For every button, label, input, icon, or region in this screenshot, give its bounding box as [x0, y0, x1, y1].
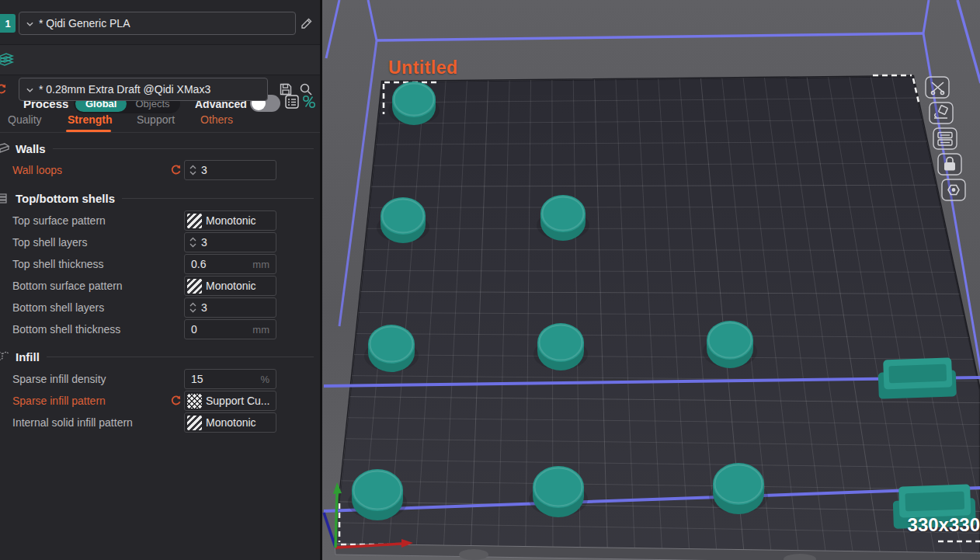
bottom-shell-thickness-input[interactable]: 0 mm [184, 319, 276, 339]
reset-preset-icon[interactable] [0, 83, 7, 95]
arrange-plate-icon[interactable] [933, 128, 957, 149]
param-label-sparse-infill-pattern: Sparse infill pattern [12, 391, 106, 412]
section-header-infill: Infill [0, 347, 317, 366]
build-plate-scene [322, 0, 980, 560]
plate-name-label[interactable]: Untitled [388, 57, 458, 78]
settings-tabs: Quality Strength Support Others [0, 110, 320, 133]
edit-filament-icon[interactable] [300, 16, 314, 30]
param-label: Top shell thickness [12, 254, 104, 275]
param-label: Sparse infill density [12, 369, 106, 390]
delete-plate-icon[interactable] [926, 77, 949, 98]
plate-size-label: 330x330 [903, 514, 980, 536]
param-label: Top shell layers [12, 232, 88, 253]
chevron-down-icon [26, 22, 33, 26]
reset-wall-loops-icon[interactable] [170, 164, 182, 176]
section-header-shells: Top/bottom shells [0, 189, 317, 207]
plate-shading [335, 76, 980, 555]
shells-icon [0, 192, 10, 204]
param-label: Bottom shell layers [12, 297, 104, 318]
filament-name: * Qidi Generic PLA [39, 17, 130, 30]
search-settings-icon[interactable] [299, 82, 313, 96]
tab-support[interactable]: Support [137, 113, 175, 126]
orient-plate-icon[interactable] [930, 103, 953, 123]
walls-icon [0, 142, 10, 155]
pattern-support-cubic-icon [187, 394, 202, 409]
lock-plate-icon[interactable] [938, 154, 961, 175]
wall-loops-stepper[interactable]: 3 [184, 160, 276, 180]
z-axis [324, 513, 335, 548]
tab-strength[interactable]: Strength [68, 113, 113, 126]
preset-name: * 0.28mm Extra Draft @Qidi XMax3 [39, 83, 210, 96]
process-layers-icon [0, 53, 19, 67]
bottom-shell-layers-stepper[interactable]: 3 [184, 297, 276, 318]
bottom-surface-pattern-select[interactable]: Monotonic [184, 276, 276, 296]
plate-settings-icon[interactable] [942, 179, 965, 200]
param-label: Top surface pattern [12, 210, 106, 231]
tab-others[interactable]: Others [200, 113, 233, 126]
reset-infill-pattern-icon[interactable] [170, 395, 182, 406]
spinner-arrows-icon[interactable] [189, 164, 197, 176]
top-surface-pattern-select[interactable]: Monotonic [184, 210, 276, 231]
process-bar: Process Global Objects Advanced [0, 44, 320, 75]
save-preset-icon[interactable] [279, 82, 293, 96]
internal-solid-infill-pattern-select[interactable]: Monotonic [184, 412, 276, 433]
model-box[interactable] [877, 357, 957, 398]
infill-icon [0, 350, 10, 363]
top-shell-layers-stepper[interactable]: 3 [184, 232, 276, 252]
plate-notch [459, 549, 488, 560]
settings-sidebar: 1 * Qidi Generic PLA Process Global Obje… [0, 0, 320, 560]
pattern-monotonic-icon [187, 214, 202, 228]
param-label: Internal solid infill pattern [12, 412, 133, 433]
pattern-monotonic-icon [187, 279, 202, 294]
pattern-monotonic-icon [187, 416, 202, 430]
param-label: Bottom shell thickness [12, 319, 120, 340]
y-axis [335, 492, 337, 548]
viewport-3d[interactable]: Untitled 330x330 [322, 0, 980, 560]
active-tab-underline [66, 130, 111, 132]
section-header-walls: Walls [0, 139, 317, 158]
sparse-infill-pattern-select[interactable]: Support Cu... [184, 391, 276, 411]
chevron-down-icon [26, 88, 33, 92]
process-preset-select[interactable]: * 0.28mm Extra Draft @Qidi XMax3 [19, 78, 268, 101]
top-shell-thickness-input[interactable]: 0.6 mm [184, 254, 276, 274]
options-list-icon[interactable] [284, 94, 300, 110]
param-label: Bottom surface pattern [12, 276, 123, 297]
spinner-arrows-icon[interactable] [189, 236, 197, 249]
spinner-arrows-icon[interactable] [189, 301, 197, 314]
filament-select[interactable]: * Qidi Generic PLA [19, 12, 296, 35]
sparse-infill-density-input[interactable]: 15 % [184, 369, 276, 389]
compare-presets-icon[interactable] [302, 94, 316, 110]
param-label-wall-loops: Wall loops [12, 160, 62, 181]
tab-quality[interactable]: Quality [8, 113, 42, 126]
filament-slot-badge[interactable]: 1 [0, 14, 16, 33]
